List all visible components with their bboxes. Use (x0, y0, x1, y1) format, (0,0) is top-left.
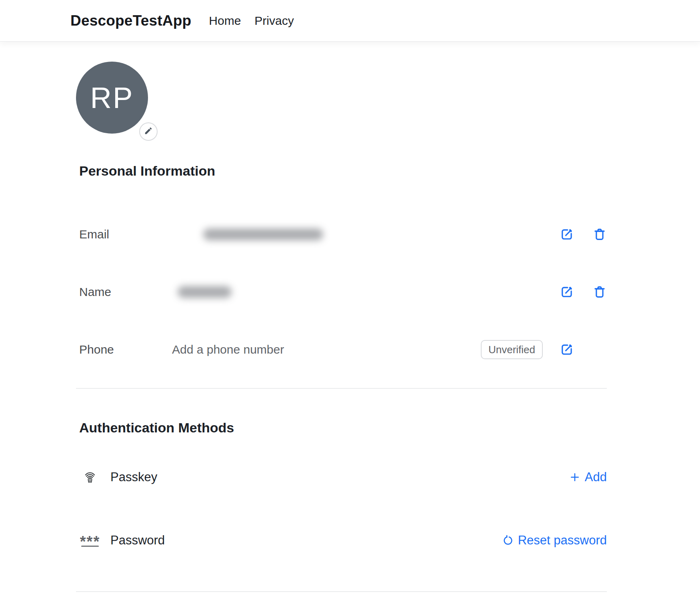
phone-row: Phone Add a phone number Unverified (76, 321, 607, 378)
fingerprint-icon (81, 470, 99, 484)
app-header: DescopeTestApp Home Privacy (0, 0, 700, 42)
password-asterisks-icon: *** (81, 534, 99, 547)
nav-link-home[interactable]: Home (209, 14, 241, 28)
trash-icon (592, 227, 607, 242)
password-row: *** Password Reset password (76, 509, 607, 572)
name-value (172, 286, 560, 298)
name-value-redacted (178, 286, 232, 298)
email-delete-button[interactable] (592, 227, 607, 242)
passkey-row: Passkey Add (76, 446, 607, 509)
phone-label: Phone (76, 343, 172, 356)
name-delete-button[interactable] (592, 285, 607, 299)
email-label: Email (76, 228, 172, 241)
pencil-icon (144, 126, 153, 137)
phone-placeholder: Add a phone number (172, 343, 481, 356)
bottom-divider (76, 591, 607, 592)
passkey-add-button[interactable]: Add (569, 470, 607, 484)
passkey-label: Passkey (110, 470, 157, 484)
edit-square-icon (560, 285, 574, 299)
edit-square-icon (560, 342, 574, 357)
reset-password-label: Reset password (518, 533, 607, 548)
email-edit-button[interactable] (560, 227, 574, 242)
reset-circular-arrow-icon (502, 534, 514, 546)
app-title: DescopeTestApp (70, 12, 191, 29)
profile-page: RP Personal Information Email (76, 62, 607, 592)
phone-actions (560, 342, 607, 357)
name-label: Name (76, 285, 172, 299)
email-row: Email (76, 206, 607, 263)
avatar: RP (76, 62, 148, 134)
phone-edit-button[interactable] (560, 342, 574, 357)
name-actions (560, 285, 607, 299)
auth-method-rows: Passkey Add *** Password (76, 446, 607, 572)
avatar-edit-button[interactable] (139, 122, 158, 141)
trash-icon (592, 285, 607, 299)
edit-square-icon (560, 227, 574, 242)
personal-info-title: Personal Information (79, 162, 607, 179)
phone-unverified-badge: Unverified (481, 340, 543, 359)
nav-link-privacy[interactable]: Privacy (254, 14, 294, 28)
name-row: Name (76, 263, 607, 321)
avatar-container: RP (76, 62, 148, 134)
auth-methods-title: Authentication Methods (79, 419, 607, 436)
section-divider (76, 388, 607, 389)
password-label: Password (110, 533, 165, 548)
personal-info-rows: Email (76, 206, 607, 378)
email-value (172, 228, 560, 240)
plus-icon (569, 471, 581, 483)
main-nav: Home Privacy (209, 14, 294, 28)
reset-password-button[interactable]: Reset password (502, 533, 607, 548)
email-actions (560, 227, 607, 242)
name-edit-button[interactable] (560, 285, 574, 299)
passkey-add-label: Add (585, 470, 607, 484)
email-value-redacted (203, 228, 323, 240)
